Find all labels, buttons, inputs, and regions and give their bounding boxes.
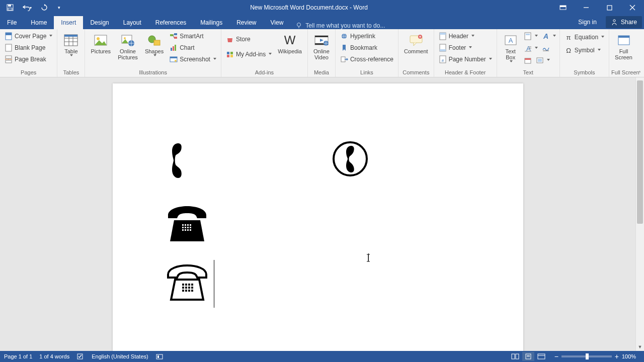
zoom-in-button[interactable]: + xyxy=(615,352,619,360)
page-break-button[interactable]: Page Break xyxy=(2,54,55,65)
svg-point-27 xyxy=(124,37,126,39)
page-number-button[interactable]: #Page Number xyxy=(436,54,495,65)
tab-layout[interactable]: Layout xyxy=(116,16,148,29)
comment-button[interactable]: Comment xyxy=(400,31,432,56)
svg-text:A: A xyxy=(508,37,513,44)
scroll-down-button[interactable]: ▼ xyxy=(636,342,644,351)
page-break-icon xyxy=(5,55,13,63)
footer-button[interactable]: Footer xyxy=(436,42,495,53)
svg-rect-91 xyxy=(187,227,189,228)
online-video-button[interactable]: Online Video xyxy=(310,31,333,62)
ribbon-display-button[interactable] xyxy=(551,0,575,15)
shapes-icon xyxy=(146,32,163,48)
quick-parts-button[interactable] xyxy=(522,31,539,42)
object-icon xyxy=(536,56,544,64)
symbol-button[interactable]: ΩSymbol xyxy=(562,45,607,56)
zoom-slider[interactable] xyxy=(561,355,612,357)
full-screen-button[interactable]: Full Screen xyxy=(611,31,636,62)
zoom-out-button[interactable]: − xyxy=(554,352,558,360)
equation-button[interactable]: πEquation xyxy=(562,32,607,43)
macro-button[interactable] xyxy=(155,353,164,360)
svg-rect-15 xyxy=(6,56,12,58)
svg-rect-38 xyxy=(175,45,176,51)
tab-view[interactable]: View xyxy=(264,16,291,29)
screenshot-button[interactable]: Screenshot xyxy=(167,54,219,65)
tab-review[interactable]: Review xyxy=(229,16,263,29)
text-box-button[interactable]: AText Box xyxy=(499,31,522,65)
tab-design[interactable]: Design xyxy=(83,16,116,29)
telephone-solid-symbol[interactable] xyxy=(164,205,210,242)
wikipedia-button[interactable]: WWikipedia xyxy=(274,31,305,56)
cover-page-button[interactable]: Cover Page xyxy=(2,31,55,42)
redo-button[interactable] xyxy=(37,1,51,14)
svg-rect-30 xyxy=(154,40,160,45)
web-layout-button[interactable] xyxy=(535,352,547,361)
tell-me-search[interactable]: Tell me what you want to do... xyxy=(290,22,390,29)
date-time-button[interactable] xyxy=(522,55,533,66)
zoom-level[interactable]: 100% xyxy=(622,353,640,359)
svg-rect-120 xyxy=(538,354,545,359)
svg-rect-92 xyxy=(190,227,191,228)
hyperlink-button[interactable]: Hyperlink xyxy=(338,31,396,42)
smartart-button[interactable]: SmartArt xyxy=(167,31,219,42)
tab-insert[interactable]: Insert xyxy=(54,16,83,29)
phone-handset-circled-symbol[interactable] xyxy=(332,141,368,177)
text-cursor xyxy=(214,260,214,308)
zoom-slider-thumb[interactable] xyxy=(586,353,589,359)
read-mode-button[interactable] xyxy=(509,352,521,361)
group-comments-label: Comments xyxy=(400,69,432,77)
print-layout-button[interactable] xyxy=(522,352,534,361)
collapse-ribbon-button[interactable]: ˄ xyxy=(638,70,641,76)
svg-rect-14 xyxy=(6,44,12,51)
tab-mailings[interactable]: Mailings xyxy=(193,16,229,29)
shapes-button[interactable]: Shapes xyxy=(141,31,167,59)
undo-button[interactable]: ▾ xyxy=(20,1,34,14)
online-pictures-button[interactable]: Online Pictures xyxy=(114,31,141,62)
tab-file[interactable]: File xyxy=(0,16,24,29)
page[interactable] xyxy=(113,83,523,351)
drop-cap-button[interactable]: A xyxy=(522,43,539,54)
save-button[interactable] xyxy=(3,1,17,14)
page-indicator[interactable]: Page 1 of 1 xyxy=(4,353,32,359)
vertical-scrollbar[interactable]: ▲ ▼ xyxy=(635,77,644,351)
object-button[interactable] xyxy=(534,55,551,66)
screenshot-icon xyxy=(170,55,178,63)
bookmark-button[interactable]: Bookmark xyxy=(338,42,396,53)
svg-rect-114 xyxy=(157,355,159,358)
tab-home[interactable]: Home xyxy=(24,16,54,29)
wordart-button[interactable]: A xyxy=(540,31,557,42)
close-button[interactable] xyxy=(621,0,644,15)
share-button[interactable]: Share xyxy=(606,16,642,28)
spellcheck-button[interactable] xyxy=(76,353,85,360)
comment-icon xyxy=(408,32,424,48)
phone-handset-symbol[interactable] xyxy=(166,142,186,179)
svg-rect-104 xyxy=(191,287,193,289)
group-header-footer: Header Footer #Page Number Header & Foot… xyxy=(434,29,497,77)
minimize-button[interactable] xyxy=(575,0,598,15)
telephone-outline-symbol[interactable] xyxy=(164,263,210,302)
statusbar: Page 1 of 1 1 of 4 words English (United… xyxy=(0,351,644,362)
svg-rect-88 xyxy=(190,224,191,226)
pictures-button[interactable]: Pictures xyxy=(87,31,114,56)
cover-page-icon xyxy=(5,32,13,40)
my-addins-button[interactable]: My Add-ins xyxy=(223,49,274,60)
store-button[interactable]: Store xyxy=(223,34,274,45)
scroll-thumb[interactable] xyxy=(637,80,643,224)
svg-rect-95 xyxy=(187,229,189,231)
blank-page-button[interactable]: Blank Page xyxy=(2,42,55,53)
header-button[interactable]: Header xyxy=(436,31,495,42)
svg-rect-113 xyxy=(156,354,163,359)
maximize-button[interactable] xyxy=(598,0,621,15)
tab-references[interactable]: References xyxy=(148,16,193,29)
svg-rect-45 xyxy=(230,55,233,57)
group-tables: Table Tables xyxy=(57,29,85,77)
customize-qat-button[interactable]: ▾ xyxy=(54,1,63,14)
table-button[interactable]: Table xyxy=(59,31,83,59)
signature-line-button[interactable] xyxy=(540,43,551,54)
footer-icon xyxy=(439,44,447,52)
word-count[interactable]: 1 of 4 words xyxy=(39,353,69,359)
language-indicator[interactable]: English (United States) xyxy=(92,353,148,359)
sign-in-link[interactable]: Sign in xyxy=(571,15,604,29)
cross-reference-button[interactable]: Cross-reference xyxy=(338,54,396,65)
chart-button[interactable]: Chart xyxy=(167,42,219,53)
